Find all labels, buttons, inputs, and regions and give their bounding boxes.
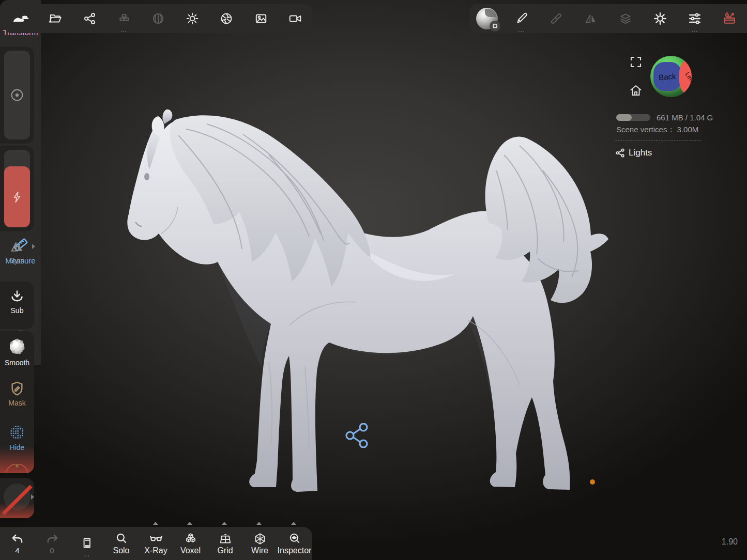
wire-label: Wire bbox=[251, 546, 268, 555]
intensity-slider-panel bbox=[0, 146, 34, 231]
layers-button[interactable] bbox=[608, 4, 643, 33]
hud-divider bbox=[615, 141, 701, 141]
pivot-dot bbox=[590, 479, 595, 485]
lights-toggle[interactable]: Lights bbox=[615, 148, 652, 158]
brush-tool-button[interactable]: … bbox=[504, 4, 539, 33]
smooth-sphere-icon bbox=[7, 337, 27, 356]
mask-label: Mask bbox=[8, 399, 25, 407]
voxel-cubes-icon bbox=[184, 532, 198, 546]
more-indicator: … bbox=[504, 27, 539, 33]
inspector-button[interactable]: Inspector bbox=[277, 527, 312, 560]
sub-label: Sub bbox=[11, 306, 24, 315]
gizmo-partial-icon bbox=[4, 464, 31, 473]
radius-slider-panel bbox=[0, 46, 34, 144]
red-slash-icon bbox=[0, 478, 34, 518]
smooth-label: Smooth bbox=[5, 359, 29, 367]
material-settings-badge[interactable] bbox=[490, 21, 500, 32]
app-window: … bbox=[0, 0, 747, 560]
folder-icon bbox=[49, 12, 62, 25]
nav-face-back[interactable]: Back bbox=[653, 62, 681, 91]
lightning-icon bbox=[10, 190, 24, 204]
settings-button[interactable] bbox=[643, 4, 677, 33]
home-icon bbox=[629, 83, 643, 98]
camera-record-button[interactable] bbox=[278, 4, 312, 33]
files-button[interactable] bbox=[38, 4, 72, 33]
radius-dot-icon bbox=[9, 87, 25, 103]
smooth-brush-button[interactable]: Smooth bbox=[0, 337, 34, 367]
image-icon bbox=[254, 12, 268, 25]
paintbrush-icon bbox=[550, 12, 563, 25]
lights-nodes-icon bbox=[615, 148, 626, 158]
render-button[interactable] bbox=[209, 4, 243, 33]
pen-icon bbox=[515, 12, 528, 25]
mask-brush-button[interactable]: Mask bbox=[0, 380, 34, 407]
grid-label: Grid bbox=[217, 546, 233, 555]
top-right-toolbar: … bbox=[469, 4, 747, 33]
sub-button[interactable]: Sub bbox=[0, 289, 34, 315]
notebook-icon bbox=[80, 537, 94, 550]
symmetry-icon bbox=[9, 239, 25, 254]
hide-label: Hide bbox=[10, 443, 25, 452]
redo-count: 0 bbox=[50, 547, 54, 554]
wireframe-icon bbox=[253, 532, 267, 546]
material-expand-caret[interactable] bbox=[31, 494, 34, 500]
voxel-button[interactable]: Voxel bbox=[173, 527, 208, 560]
topology-button[interactable] bbox=[141, 4, 175, 33]
magnifier-icon bbox=[115, 532, 128, 546]
history-button[interactable]: … bbox=[69, 527, 104, 560]
xray-label: X-Ray bbox=[144, 546, 167, 555]
fullscreen-button[interactable] bbox=[629, 55, 643, 69]
layers-stack-button[interactable]: … bbox=[107, 4, 141, 33]
inspector-label: Inspector bbox=[278, 546, 312, 555]
layers-icon bbox=[619, 12, 632, 25]
hide-brush-button[interactable]: Hide bbox=[0, 424, 34, 452]
intensity-slider-fill[interactable] bbox=[4, 166, 30, 227]
solo-label: Solo bbox=[113, 546, 129, 555]
redo-icon bbox=[45, 533, 59, 546]
light-widget-handle-icon[interactable] bbox=[345, 423, 369, 448]
symmetry-toggle[interactable]: Sym bbox=[0, 239, 34, 265]
gear-icon bbox=[653, 11, 667, 26]
sub-arrow-icon bbox=[9, 289, 25, 304]
memory-progress bbox=[616, 114, 650, 121]
matcap-sphere-icon bbox=[476, 8, 498, 29]
more-indicator: … bbox=[677, 27, 712, 33]
lights-label: Lights bbox=[629, 148, 652, 158]
solo-button[interactable]: Solo bbox=[104, 527, 139, 560]
toolbox-button[interactable] bbox=[712, 4, 746, 33]
sun-icon bbox=[186, 12, 199, 25]
background-image-button[interactable] bbox=[244, 4, 278, 33]
mirror-button[interactable] bbox=[573, 4, 608, 33]
lighting-button[interactable] bbox=[175, 4, 209, 33]
grid-button[interactable]: Grid bbox=[208, 527, 242, 560]
material-button[interactable] bbox=[469, 4, 504, 33]
home-view-button[interactable] bbox=[629, 83, 643, 98]
undo-button[interactable]: 4 bbox=[0, 527, 35, 560]
brush-shortcuts-panel: Smooth Mask Hide bbox=[0, 331, 34, 473]
scene-graph-button[interactable] bbox=[72, 4, 106, 33]
grid-icon bbox=[219, 532, 232, 546]
bottom-toolbar: 4 0 … Solo X-Ray bbox=[0, 527, 312, 560]
paint-tool-button[interactable] bbox=[539, 4, 573, 33]
more-indicator: … bbox=[107, 27, 141, 33]
undo-icon bbox=[11, 533, 24, 546]
memory-usage-text: 661 MB / 1.04 G bbox=[657, 113, 713, 122]
nav-face-left[interactable]: Left bbox=[679, 60, 692, 94]
symmetry-label: Sym bbox=[10, 256, 24, 265]
aperture-icon bbox=[220, 12, 233, 25]
inspector-eye-icon bbox=[288, 532, 301, 546]
mesh-sphere-icon bbox=[151, 12, 165, 25]
wire-button[interactable]: Wire bbox=[242, 527, 277, 560]
mask-shield-icon bbox=[9, 380, 25, 397]
sub-panel: Sub bbox=[0, 282, 34, 329]
adjustments-button[interactable]: … bbox=[677, 4, 712, 33]
toolbox-icon bbox=[722, 11, 737, 26]
memory-progress-fill bbox=[616, 114, 632, 121]
xray-button[interactable]: X-Ray bbox=[139, 527, 173, 560]
redo-button[interactable]: 0 bbox=[35, 527, 69, 560]
app-menu-button[interactable] bbox=[4, 4, 38, 33]
symmetry-expand-caret[interactable] bbox=[32, 244, 35, 249]
nav-cube[interactable]: Back Left bbox=[650, 56, 692, 97]
undo-count: 4 bbox=[15, 547, 19, 554]
bricks-icon bbox=[117, 12, 131, 25]
